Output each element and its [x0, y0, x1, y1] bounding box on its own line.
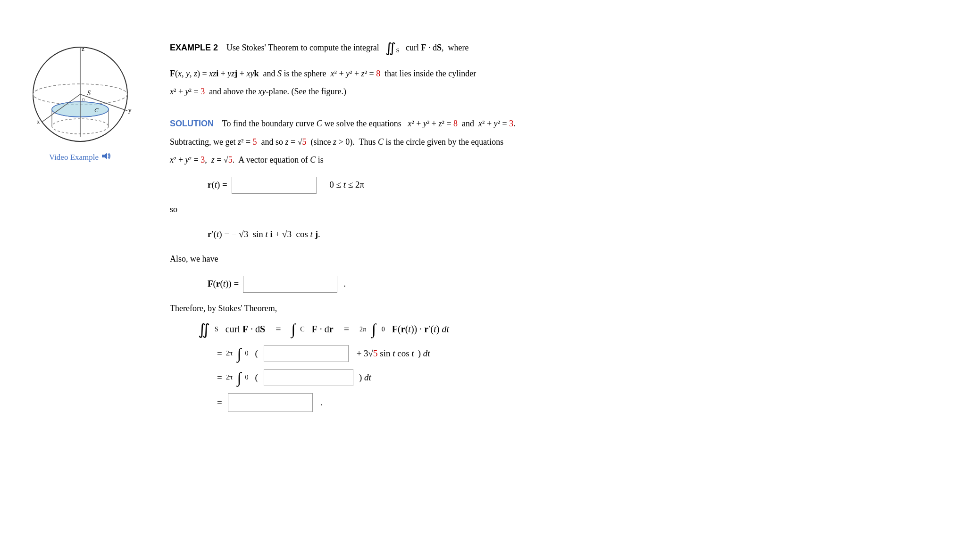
svg-text:0: 0 — [82, 97, 85, 102]
speaker-icon — [101, 152, 111, 163]
solution-intro: SOLUTION To find the boundary curve C we… — [170, 116, 950, 131]
row3-open-paren: ( — [255, 372, 258, 383]
svg-text:x: x — [37, 118, 40, 125]
row2-close: ) dt — [418, 348, 430, 359]
svg-text:S: S — [87, 90, 91, 97]
solution-label: SOLUTION — [170, 119, 214, 128]
also-text: Also, we have — [170, 252, 950, 266]
red-3c: 3 — [200, 155, 205, 165]
upper-bound-1: 2π — [359, 326, 366, 333]
stokes-eq2: = — [344, 324, 349, 335]
lower-bound-3: 0 — [245, 374, 249, 381]
lower-bound-1: 0 — [382, 326, 385, 333]
line-integral-symbol: ∫ — [292, 321, 296, 338]
integral-sub-S: S — [396, 47, 399, 54]
def-int-text: F(r(t)) · r′(t) dt — [390, 324, 449, 335]
left-panel: S C z y x 0 Video Example — [19, 33, 142, 163]
red-8: 8 — [376, 69, 380, 78]
therefore-text: Therefore, by Stokes' Theorem, — [170, 301, 950, 316]
right-panel: EXAMPLE 2 Use Stokes' Theorem to compute… — [170, 33, 950, 419]
upper-bound-2: 2π — [226, 350, 233, 357]
svg-text:C: C — [94, 107, 99, 114]
stokes-sub-S: S — [215, 326, 218, 333]
example-header: EXAMPLE 2 Use Stokes' Theorem to compute… — [170, 38, 950, 59]
red-5-row2: 5 — [373, 348, 378, 358]
row3-input[interactable] — [264, 369, 353, 386]
def-integral-symbol-3: ∫ — [237, 369, 242, 387]
lower-bound-2: 0 — [245, 350, 249, 357]
red-3b: 3 — [509, 119, 513, 128]
example-intro: Use Stokes' Theorem to compute the integ… — [226, 43, 379, 52]
red-5c: 5 — [228, 155, 233, 165]
double-integral-symbol: ∬ — [385, 41, 396, 55]
stokes-eq-row1: ∬S curl F · dS = ∫C F · dr = 2π ∫ 0 F(r(… — [198, 321, 950, 338]
red-5: 5 — [253, 137, 257, 147]
final-dot: . — [318, 397, 323, 408]
svg-marker-16 — [102, 153, 107, 159]
so-text: so — [170, 202, 950, 217]
rt-input[interactable] — [232, 177, 317, 194]
line-int-text: F · dr — [309, 324, 334, 335]
curl-text: curl F · dS, where — [406, 43, 468, 52]
red-8b: 8 — [453, 119, 458, 128]
final-input[interactable] — [228, 393, 313, 412]
stokes-eq-final: = . — [217, 393, 950, 412]
video-example-label: Video Example — [49, 153, 99, 162]
line-sub-C: C — [300, 326, 304, 333]
row2-open-paren: ( — [255, 348, 258, 359]
row3-eq: = — [217, 372, 222, 383]
example-label: EXAMPLE 2 — [170, 43, 218, 52]
stokes-eq-row3: = 2π ∫ 0 ( ) dt — [217, 369, 950, 387]
svg-text:z: z — [82, 45, 84, 52]
double-integral-stokes: ∬ — [198, 321, 210, 338]
Frt-equation: F(r(t)) = . — [208, 275, 950, 293]
stokes-eq-row2: = 2π ∫ 0 ( + 3√5 sin t cos t ) dt — [217, 345, 950, 362]
problem-line2: x² + y² = 3 and above the xy-plane. (See… — [170, 84, 950, 99]
video-example-link[interactable]: Video Example — [49, 152, 111, 163]
row2-input[interactable] — [264, 345, 349, 362]
red-5b: 5 — [302, 137, 307, 147]
upper-bound-3: 2π — [226, 374, 233, 381]
row3-close: ) dt — [359, 372, 371, 383]
red-3: 3 — [200, 87, 205, 96]
stokes-eq1: = — [276, 324, 281, 335]
final-eq: = — [217, 397, 222, 408]
row2-eq: = — [217, 348, 222, 359]
problem-line1: F(x, y, z) = xzi + yzj + xyk and S is th… — [170, 66, 950, 81]
Frt-input[interactable] — [243, 276, 337, 293]
row2-plus: + 3√5 sin t cos t — [354, 348, 414, 359]
stokes-curl-text: curl F · dS — [223, 324, 265, 335]
rprime-equation: r′(t) = − √3 sin t i + √3 cos t j. — [208, 225, 950, 243]
rt-equation: r(t) = 0 ≤ t ≤ 2π — [208, 176, 950, 194]
def-integral-symbol-2: ∫ — [237, 345, 242, 362]
solution-line3: x² + y² = 3, z = √5. A vector equation o… — [170, 153, 950, 167]
svg-text:y: y — [128, 107, 132, 114]
sphere-figure: S C z y x 0 — [24, 42, 137, 146]
def-integral-symbol: ∫ — [372, 321, 376, 338]
solution-line2: Subtracting, we get z² = 5 and so z = √5… — [170, 135, 950, 149]
